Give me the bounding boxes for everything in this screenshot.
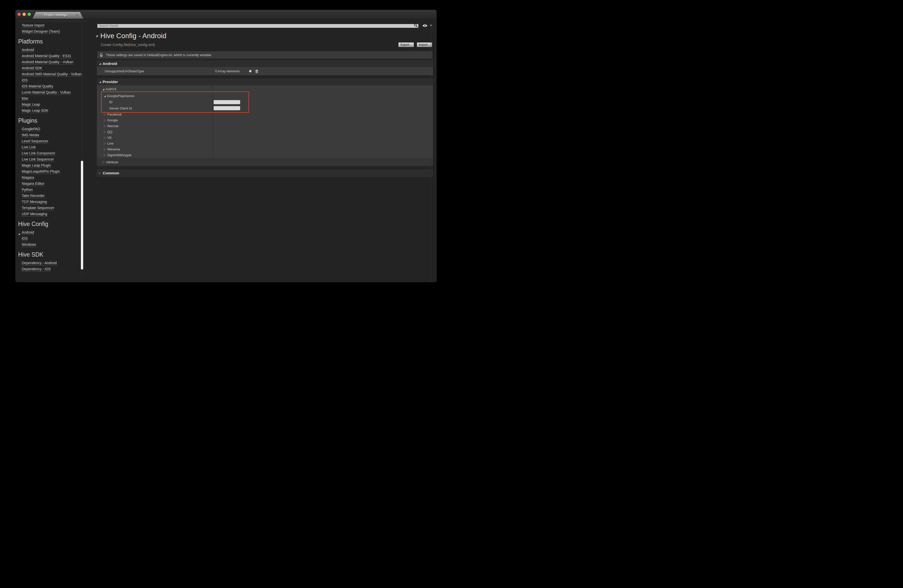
sidebar-item-hive-config-android[interactable]: ▶Android: [16, 229, 90, 235]
clear-array-button[interactable]: [255, 69, 258, 73]
sidebar-item-label: Android: [22, 230, 34, 235]
row-vk[interactable]: ▷VK: [97, 135, 433, 141]
sidebar-scrollbar-thumb[interactable]: [81, 161, 83, 269]
sidebar-item-mac[interactable]: Mac: [16, 95, 90, 101]
expanded-triangle-icon[interactable]: ◢: [99, 80, 101, 83]
server-client-id-input[interactable]: [214, 106, 240, 110]
subtitle-row: Create Config file(hive_config.xml) Expo…: [101, 42, 432, 47]
row-wechat[interactable]: ▷Wechat: [97, 123, 433, 129]
sidebar-item-hive-config-windows[interactable]: Windows: [16, 241, 90, 247]
sidebar-item-img-media[interactable]: IMG Media: [16, 132, 90, 138]
create-config-file-link[interactable]: Create Config file(hive_config.xml): [101, 43, 398, 47]
property-label: ID: [109, 100, 113, 104]
minimize-window-button[interactable]: [22, 13, 26, 16]
sidebar-item-live-link-component[interactable]: Live Link Component: [16, 150, 90, 156]
row-signinwithapple[interactable]: ▷SignInWithApple: [97, 152, 433, 158]
sidebar-item-android[interactable]: Android: [16, 47, 90, 53]
section-android: ◢ Android UnsupportedUAShareType 0 Array…: [97, 60, 433, 75]
sidebar-item-label: Dependency - iOS: [22, 267, 50, 272]
row-server-client-id[interactable]: Server Client Id: [97, 105, 433, 112]
sidebar-item-label: iOS Material Quality: [22, 84, 53, 89]
sidebar-item-ios[interactable]: iOS: [16, 77, 90, 83]
visibility-eye-icon[interactable]: [422, 24, 428, 27]
collapsed-triangle-icon[interactable]: ▷: [99, 171, 101, 175]
expanded-triangle-icon[interactable]: ◢: [102, 88, 104, 91]
sidebar-item-texture-import[interactable]: Texture Import: [16, 22, 90, 28]
property-label: VK: [107, 136, 112, 140]
collapsed-triangle-icon[interactable]: ▷: [104, 148, 106, 151]
row-id[interactable]: ID: [97, 99, 433, 105]
sidebar-item-android-material-quality-vulkan[interactable]: Android Material Quality - Vulkan: [16, 59, 90, 65]
collapse-triangle-icon[interactable]: ◤: [96, 35, 99, 38]
collapsed-triangle-icon[interactable]: ▷: [104, 119, 106, 122]
sidebar-item-label: Dependency - Android: [22, 261, 57, 266]
sidebar-item-live-link[interactable]: Live Link: [16, 144, 90, 150]
sidebar-item-lumin-material-quality-vulkan[interactable]: Lumin Material Quality - Vulkan: [16, 89, 90, 95]
section-header-common[interactable]: ▷ Common: [97, 169, 433, 177]
sidebar-item-udp-messaging[interactable]: UDP Messaging: [16, 211, 90, 217]
collapsed-triangle-icon[interactable]: ▷: [104, 136, 106, 139]
collapsed-triangle-icon[interactable]: ▷: [104, 124, 106, 128]
sidebar-heading-plugins: Plugins: [18, 117, 90, 124]
sidebar-heading-hive-config: Hive Config: [18, 221, 90, 227]
sidebar-item-magic-leap[interactable]: Magic Leap: [16, 101, 90, 107]
sidebar-item-android-sdk[interactable]: Android SDK: [16, 65, 90, 71]
sidebar-item-label: Windows: [22, 242, 36, 247]
sidebar-item-label: Live Link: [22, 145, 36, 149]
expanded-triangle-icon[interactable]: ◢: [104, 94, 106, 97]
collapsed-triangle-icon[interactable]: ▷: [103, 160, 105, 164]
search-input[interactable]: [97, 24, 418, 28]
sidebar-item-android-sm5-material-quality-vulkan[interactable]: Android SM5 Material Quality - Vulkan: [16, 71, 90, 77]
tab-project-settings[interactable]: Project Settings ×: [32, 12, 83, 19]
property-label: Server Client Id: [109, 107, 132, 110]
row-google[interactable]: ▷Google: [97, 117, 433, 123]
sidebar-item-magicleaparpin-plugin[interactable]: MagicLeapARPin Plugin: [16, 168, 90, 175]
export-button[interactable]: Export...: [398, 42, 414, 47]
content-area: Texture Import Widget Designer (Team) Pl…: [16, 19, 437, 282]
section-header-provider[interactable]: ◢ Provider: [97, 79, 433, 85]
row-googleplaygames[interactable]: ◢ GooglePlayGames: [97, 93, 433, 99]
sidebar-item-niagara[interactable]: Niagara: [16, 175, 90, 181]
row-unsupporteduasharetype[interactable]: UnsupportedUAShareType 0 Array elements …: [97, 67, 433, 75]
sidebar-item-android-material-quality-es31[interactable]: Android Material Quality - ES31: [16, 53, 90, 59]
sidebar-item-dependency-ios[interactable]: Dependency - iOS: [16, 266, 90, 272]
row-attribute[interactable]: ▷Attribute: [97, 158, 433, 166]
property-label: Facebook: [107, 113, 121, 116]
collapsed-triangle-icon[interactable]: ▷: [104, 153, 106, 157]
zoom-window-button[interactable]: [28, 13, 31, 16]
row-line[interactable]: ▷Line: [97, 141, 433, 146]
sidebar-item-python[interactable]: Python: [16, 187, 90, 193]
collapsed-triangle-icon[interactable]: ▷: [104, 130, 106, 134]
sidebar-heading-platforms: Platforms: [18, 38, 90, 45]
sidebar-item-googlepad[interactable]: GooglePAD: [16, 126, 90, 132]
sidebar-item-ios-material-quality[interactable]: iOS Material Quality: [16, 83, 90, 89]
row-qq[interactable]: ▷QQ: [97, 129, 433, 135]
tab-close-icon[interactable]: ×: [76, 13, 78, 16]
sidebar-item-widget-designer-team[interactable]: Widget Designer (Team): [16, 28, 90, 35]
sidebar-item-label: IMG Media: [22, 133, 39, 138]
sidebar-item-level-sequencer[interactable]: Level Sequencer: [16, 138, 90, 144]
sidebar-item-tcp-messaging[interactable]: TCP Messaging: [16, 199, 90, 205]
sidebar-item-take-recorder[interactable]: Take Recorder: [16, 193, 90, 199]
chevron-down-icon[interactable]: [430, 25, 432, 26]
sidebar-item-magic-leap-sdk[interactable]: Magic Leap SDK: [16, 107, 90, 113]
section-header-android[interactable]: ◢ Android: [97, 60, 433, 67]
add-array-element-button[interactable]: ✚: [249, 69, 252, 73]
expanded-triangle-icon[interactable]: ◢: [99, 62, 101, 65]
close-window-button[interactable]: [17, 13, 21, 16]
sidebar-item-niagara-editor[interactable]: Niagara Editor: [16, 181, 90, 187]
collapsed-triangle-icon[interactable]: ▷: [104, 142, 106, 145]
id-input[interactable]: [214, 100, 240, 104]
row-authv4[interactable]: ◢ AuthV4: [97, 85, 433, 93]
import-button[interactable]: Import...: [417, 42, 432, 47]
row-weverse[interactable]: ▷Weverse: [97, 146, 433, 152]
sidebar-item-template-sequencer[interactable]: Template Sequencer: [16, 205, 90, 211]
sidebar-item-dependency-android[interactable]: Dependency - Android: [16, 260, 90, 266]
sidebar-item-live-link-sequencer[interactable]: Live Link Sequencer: [16, 156, 90, 162]
sidebar-item-label: Take Recorder: [22, 193, 45, 198]
row-facebook[interactable]: ▷Facebook: [97, 112, 433, 117]
sidebar-item-label: Lumin Material Quality - Vulkan: [22, 90, 71, 95]
sidebar-item-magic-leap-plugin[interactable]: Magic Leap Plugin: [16, 162, 90, 168]
collapsed-triangle-icon[interactable]: ▷: [104, 113, 106, 116]
sidebar-item-hive-config-ios[interactable]: iOS: [16, 235, 90, 241]
